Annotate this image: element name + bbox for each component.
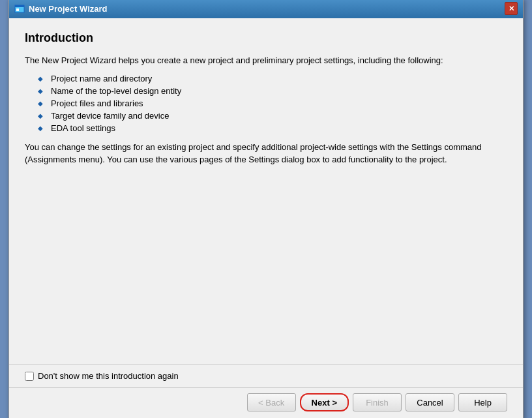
bullet-icon: ◆	[38, 87, 43, 95]
intro-paragraph-1: The New Project Wizard helps you create …	[25, 54, 507, 67]
feature-list: ◆ Project name and directory ◆ Name of t…	[38, 74, 507, 133]
dont-show-checkbox[interactable]	[25, 372, 34, 381]
close-button[interactable]: ✕	[505, 2, 518, 15]
title-bar: New Project Wizard ✕	[9, 0, 523, 18]
window-icon	[14, 3, 25, 14]
list-item-text: Name of the top-level design entity	[51, 86, 181, 96]
list-item: ◆ EDA tool settings	[38, 123, 507, 133]
intro-paragraph-2: You can change the settings for an exist…	[25, 141, 507, 166]
bullet-icon: ◆	[38, 100, 43, 107]
next-button[interactable]: Next >	[300, 393, 349, 411]
list-item-text: EDA tool settings	[51, 123, 115, 133]
svg-rect-2	[16, 8, 19, 11]
dont-show-text: Don't show me this introduction again	[38, 371, 179, 381]
wizard-window: New Project Wizard ✕ Introduction The Ne…	[8, 0, 524, 418]
list-item: ◆ Project name and directory	[38, 74, 507, 83]
list-item: ◆ Project files and libraries	[38, 98, 507, 108]
window-title: New Project Wizard	[29, 4, 505, 14]
button-bar: < Back Next > Finish Cancel Help	[9, 387, 523, 418]
list-item-text: Project files and libraries	[51, 98, 143, 108]
checkbox-area: Don't show me this introduction again	[9, 364, 523, 387]
list-item-text: Project name and directory	[51, 74, 152, 83]
page-heading: Introduction	[25, 31, 507, 45]
bullet-icon: ◆	[38, 125, 43, 132]
dont-show-label[interactable]: Don't show me this introduction again	[25, 371, 179, 381]
svg-rect-1	[15, 5, 24, 7]
list-item-text: Target device family and device	[51, 111, 169, 121]
finish-button[interactable]: Finish	[353, 393, 402, 411]
help-button[interactable]: Help	[458, 393, 507, 411]
cancel-button[interactable]: Cancel	[406, 393, 454, 411]
list-item: ◆ Name of the top-level design entity	[38, 86, 507, 96]
list-item: ◆ Target device family and device	[38, 111, 507, 121]
bullet-icon: ◆	[38, 75, 43, 82]
main-content: Introduction The New Project Wizard help…	[9, 18, 523, 364]
back-button[interactable]: < Back	[247, 393, 296, 411]
bullet-icon: ◆	[38, 112, 43, 119]
